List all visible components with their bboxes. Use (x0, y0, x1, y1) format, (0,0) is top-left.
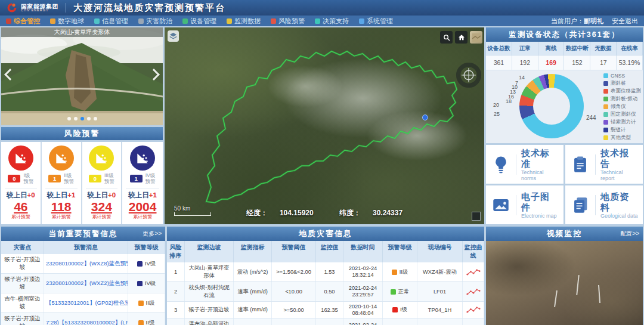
device-panel-title: 监测设备状态（共计361套） (509, 30, 620, 40)
warning-level: 正常 (383, 282, 417, 301)
nav-item-风险预警[interactable]: 风险预警 (271, 17, 305, 26)
landslide-icon (94, 150, 109, 166)
risk-card-IV级[interactable]: 1 IV级预警 较上日+1 2004 累计预警 (122, 142, 163, 224)
level-color-swatch (392, 270, 397, 275)
nav-item-label: 监测数据 (234, 17, 261, 26)
trend-curve-icon[interactable] (466, 306, 481, 314)
risk-total-count[interactable]: 2004 (126, 200, 159, 213)
map-site-marker[interactable] (422, 114, 428, 120)
monitor-value: 0.50 (316, 282, 343, 301)
risk-delta: 较上日+1 (45, 191, 78, 200)
risk-total-label: 累计预警 (45, 213, 78, 220)
level-color-swatch (138, 301, 144, 306)
legend-label: 测斜桩-振动 (611, 95, 637, 103)
latitude-value: 30.24337 (373, 209, 402, 217)
top-header: 国家能源集团 CHN ENERGY 大渡河流域地质灾害预测预警平台 (0, 0, 644, 16)
map-search-button[interactable] (440, 31, 453, 44)
donut-hole (533, 88, 570, 125)
decision-icon (315, 18, 320, 24)
nav-item-系统管理[interactable]: 系统管理 (359, 17, 393, 26)
warning-table-body: 猴子岩-开顶边坡 232080100002】(WXZ8)蓝色预警: ... IV… (1, 254, 165, 325)
warning-level: IV级 (128, 254, 165, 273)
card-divider (516, 154, 516, 175)
globe-icon (50, 18, 55, 24)
legend-item-测斜桩: 测斜桩 (603, 80, 641, 88)
landslide-icon (135, 150, 150, 166)
table-row[interactable]: 猴子岩-开顶边坡 7:28)【5133232080100002】(LF02...… (1, 313, 165, 325)
warning-message-link[interactable]: 【513323012001】(GP02)橙色预警... (44, 293, 128, 312)
risk-total-count[interactable]: 118 (45, 200, 78, 213)
card-title: 技术报告 (600, 148, 638, 169)
system-icon (359, 18, 364, 24)
carousel-dot-2[interactable] (74, 117, 78, 120)
nav-item-设备管理[interactable]: 设备管理 (182, 17, 216, 26)
map-panel[interactable]: 50 km 经度：104.15920 纬度：30.24337 (165, 27, 484, 224)
risk-total-count[interactable]: 46 (5, 200, 37, 213)
logout-button[interactable]: 安全退出 (612, 17, 638, 26)
bulb-icon (491, 154, 511, 175)
risk-card-II级[interactable]: 1 II级预警 较上日+1 118 累计预警 (42, 142, 82, 224)
basemap-switch-button[interactable] (470, 31, 482, 44)
table-row[interactable]: 猴子岩-开顶边坡 232080100002】(WXZ2)蓝色预警: ... IV… (1, 274, 165, 293)
hazard-panel-header: 地质灾害信息 (167, 227, 484, 241)
carousel-dot-5[interactable] (94, 117, 97, 120)
compass-control[interactable] (456, 62, 482, 88)
monitored-slope: 大岗山-黄草坪变形体 (185, 262, 234, 281)
nav-item-决策支持[interactable]: 决策支持 (315, 17, 349, 26)
video-feed[interactable] (486, 241, 643, 325)
app-root: 国家能源集团 CHN ENERGY 大渡河流域地质灾害预测预警平台 综合管控数字… (0, 0, 644, 325)
hazard-table-body: 1 大岗山-黄草坪变形体 震动 (m/s^2) >=1.50&<2.00 1.5… (167, 262, 484, 325)
card-text: 技术标准 Technical norms (521, 148, 559, 181)
legend-label: 锚索测力计 (611, 119, 636, 126)
warning-table-header: 灾害点预警消息预警等级 (1, 241, 165, 254)
warning-message-link[interactable]: 232080100002】(WXZ8)蓝色预警: ... (44, 254, 128, 273)
nav-item-灾害防治[interactable]: 灾害防治 (138, 17, 172, 26)
nav-item-信息管理[interactable]: 信息管理 (94, 17, 128, 26)
resource-card-地质资料[interactable]: 地质资料 Geological data (565, 185, 643, 224)
warning-col-灾害点: 灾害点 (1, 241, 44, 254)
warning-threshold: >=50.00 (272, 302, 316, 318)
layers-icon[interactable] (168, 30, 179, 42)
table-row[interactable]: 3 猴子岩-开顶边坡 速率 (mm/d) >=50.00 162.35 2020… (167, 302, 484, 318)
table-row[interactable]: 吉牛-横闸室边坡 【513323012001】(GP02)橙色预警... II级 (1, 293, 165, 313)
video-config-link[interactable]: 配置>> (620, 230, 639, 238)
nav-item-综合管控[interactable]: 综合管控 (6, 17, 40, 26)
header-divider (66, 3, 66, 13)
carousel-dot-3[interactable] (80, 117, 84, 120)
resource-card-技术报告[interactable]: 技术报告 Technical report (565, 145, 643, 184)
monitor-indicator: 速率 (mm/d) (234, 282, 272, 301)
carousel-dot-4[interactable] (87, 117, 91, 120)
risk-total-count[interactable]: 324 (86, 200, 118, 213)
carousel-dot-1[interactable] (67, 117, 71, 120)
risk-card-I级[interactable]: 0 I级预警 较上日+0 46 累计预警 (1, 142, 42, 224)
main-nav: 综合管控数字地球信息管理灾害防治设备管理监测数据风险预警决策支持系统管理 当前用… (0, 16, 644, 26)
table-row[interactable]: 猴子岩-开顶边坡 232080100002】(WXZ8)蓝色预警: ... IV… (1, 254, 165, 274)
hazard-col-风险排序: 风险排序 (167, 241, 185, 262)
table-row[interactable]: 4 瀑布沟-乌斯河边坡 速率 (mm/d) >=5.00&<15.00 6.01… (167, 318, 484, 325)
trend-curve-icon[interactable] (466, 288, 481, 296)
table-row[interactable]: 1 大岗山-黄草坪变形体 震动 (m/s^2) >=1.50&<2.00 1.5… (167, 262, 484, 282)
risk-warning-cards: 0 I级预警 较上日+0 46 累计预警 1 II级预警 较上日+1 118 累… (1, 142, 163, 224)
hazard-site: 吉牛-横闸室边坡 (1, 293, 44, 312)
nav-item-监测数据[interactable]: 监测数据 (227, 17, 261, 26)
fullscreen-icon[interactable] (472, 212, 481, 221)
legend-label: 固定测斜仪 (611, 111, 636, 118)
warning-message-link[interactable]: 7:28)【5133232080100002】(LF02... (44, 313, 128, 325)
table-row[interactable]: 2 枕头坝-别村沟泥石流 速率 (mm/d) <10.00 0.50 2021-… (167, 282, 484, 302)
risk-card-III级[interactable]: 0 III级预警 较上日+0 324 累计预警 (82, 142, 123, 224)
video-panel-header: 视频监控 配置>> (486, 227, 643, 241)
trend-curve-icon[interactable] (466, 268, 481, 276)
resource-card-电子图件[interactable]: 电子图件 Electronic map (486, 185, 564, 224)
resource-card-技术标准[interactable]: 技术标准 Technical norms (486, 145, 564, 184)
card-title: 地质资料 (600, 191, 638, 213)
video-panel: 视频监控 配置>> (486, 227, 643, 325)
warning-more-link[interactable]: 更多>> (143, 230, 162, 238)
map-home-button[interactable] (455, 31, 467, 44)
hazard-col-现场编号: 现场编号 (417, 241, 463, 262)
nav-item-label: 综合管控 (14, 17, 40, 26)
warning-message-link[interactable]: 232080100002】(WXZ2)蓝色预警: ... (44, 274, 128, 293)
nav-item-数字地球[interactable]: 数字地球 (50, 17, 84, 26)
photo-carousel: 大岗山-黄草坪变形体 (1, 27, 163, 125)
card-text: 电子图件 Electronic map (521, 191, 559, 219)
dashboard-icon (6, 18, 11, 24)
